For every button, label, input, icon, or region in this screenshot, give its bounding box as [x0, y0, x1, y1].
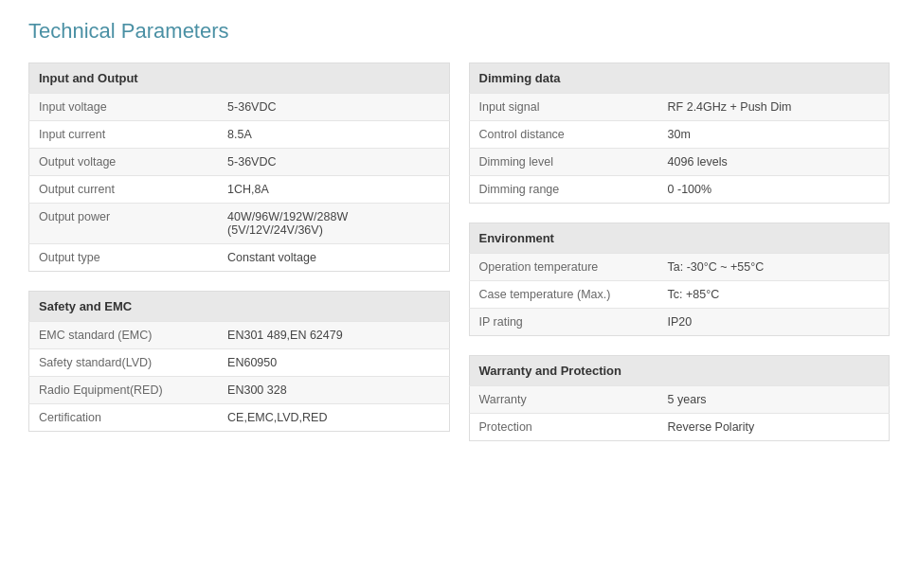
- row-label: Safety standard(LVD): [29, 349, 219, 377]
- table-row: Operation temperatureTa: -30°C ~ +55°C: [469, 254, 890, 281]
- row-value: 30m: [658, 121, 890, 149]
- row-label: EMC standard (EMC): [29, 322, 219, 349]
- safety-emc-table: Safety and EMC EMC standard (EMC)EN301 4…: [28, 291, 450, 432]
- row-label: Operation temperature: [469, 254, 658, 281]
- page-title: Technical Parameters: [28, 19, 890, 44]
- row-label: Input voltage: [29, 94, 219, 121]
- warranty-table: Warranty and Protection Warranty5 yearsP…: [469, 355, 891, 441]
- row-value: RF 2.4GHz + Push Dim: [658, 94, 890, 121]
- row-label: Protection: [469, 414, 658, 441]
- row-label: Output current: [29, 176, 219, 204]
- row-value: Reverse Polarity: [658, 414, 890, 441]
- row-value: Constant voltage: [218, 244, 449, 272]
- row-label: Dimming level: [469, 149, 658, 176]
- row-value: 4096 levels: [658, 149, 890, 176]
- safety-emc-header: Safety and EMC: [29, 292, 450, 322]
- table-row: Output current1CH,8A: [29, 176, 450, 204]
- row-value: EN300 328: [218, 377, 449, 404]
- input-output-table: Input and Output Input voltage5-36VDCInp…: [28, 62, 450, 272]
- dimming-header: Dimming data: [469, 63, 890, 94]
- dimming-table: Dimming data Input signalRF 2.4GHz + Pus…: [469, 62, 891, 204]
- right-column: Dimming data Input signalRF 2.4GHz + Pus…: [469, 62, 891, 441]
- table-row: Input signalRF 2.4GHz + Push Dim: [469, 94, 890, 121]
- row-label: Certification: [29, 404, 219, 432]
- row-value: 5-36VDC: [218, 149, 449, 176]
- row-value: 5 years: [658, 386, 890, 414]
- row-value: 40W/96W/192W/288W(5V/12V/24V/36V): [218, 204, 449, 244]
- table-row: ProtectionReverse Polarity: [469, 414, 890, 441]
- row-label: Output power: [29, 204, 219, 244]
- row-value: Tc: +85°C: [658, 281, 890, 309]
- row-label: IP rating: [469, 309, 658, 336]
- row-value: 5-36VDC: [218, 94, 449, 121]
- table-row: Dimming level4096 levels: [469, 149, 890, 176]
- row-value: CE,EMC,LVD,RED: [218, 404, 449, 432]
- row-label: Output type: [29, 244, 219, 272]
- row-value: 8.5A: [218, 121, 449, 149]
- row-value: 0 -100%: [658, 176, 890, 204]
- row-label: Warranty: [469, 386, 658, 414]
- row-label: Radio Equipment(RED): [29, 377, 219, 404]
- row-value: IP20: [658, 309, 890, 336]
- warranty-header: Warranty and Protection: [469, 356, 890, 386]
- table-row: Dimming range0 -100%: [469, 176, 890, 204]
- table-row: Input voltage5-36VDC: [29, 94, 450, 121]
- row-value: EN60950: [218, 349, 449, 377]
- environment-table: Environment Operation temperatureTa: -30…: [469, 223, 891, 336]
- table-row: Input current8.5A: [29, 121, 450, 149]
- table-row: EMC standard (EMC)EN301 489,EN 62479: [29, 322, 450, 349]
- table-row: Safety standard(LVD)EN60950: [29, 349, 450, 377]
- table-row: Control distance30m: [469, 121, 890, 149]
- table-row: Output typeConstant voltage: [29, 244, 450, 272]
- row-value: Ta: -30°C ~ +55°C: [658, 254, 890, 281]
- main-layout: Input and Output Input voltage5-36VDCInp…: [28, 62, 890, 441]
- left-column: Input and Output Input voltage5-36VDCInp…: [28, 62, 450, 441]
- table-row: Radio Equipment(RED)EN300 328: [29, 377, 450, 404]
- input-output-header: Input and Output: [29, 63, 450, 94]
- row-label: Case temperature (Max.): [469, 281, 658, 309]
- table-row: Output power40W/96W/192W/288W(5V/12V/24V…: [29, 204, 450, 244]
- row-value: 1CH,8A: [218, 176, 449, 204]
- table-row: IP ratingIP20: [469, 309, 890, 336]
- row-label: Dimming range: [469, 176, 658, 204]
- row-label: Control distance: [469, 121, 658, 149]
- row-value: EN301 489,EN 62479: [218, 322, 449, 349]
- table-row: CertificationCE,EMC,LVD,RED: [29, 404, 450, 432]
- environment-header: Environment: [469, 223, 890, 254]
- table-row: Output voltage5-36VDC: [29, 149, 450, 176]
- row-label: Input current: [29, 121, 219, 149]
- row-label: Output voltage: [29, 149, 219, 176]
- table-row: Case temperature (Max.)Tc: +85°C: [469, 281, 890, 309]
- row-label: Input signal: [469, 94, 658, 121]
- table-row: Warranty5 years: [469, 386, 890, 414]
